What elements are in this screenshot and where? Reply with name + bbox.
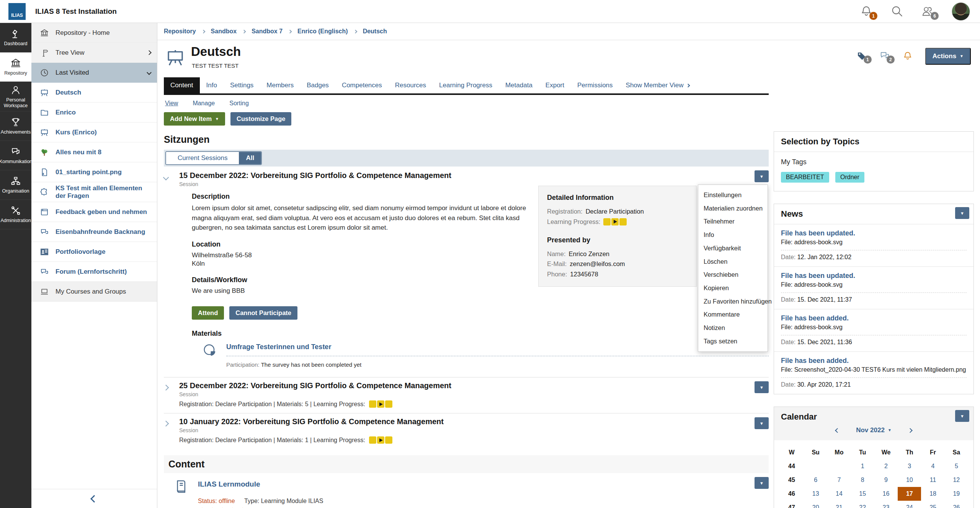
calendar-day[interactable]: 24 [898,501,921,508]
calendar-day[interactable]: 25 [921,501,944,508]
tab-settings[interactable]: Settings [224,77,260,93]
menu-item-loeschen[interactable]: Löschen [698,255,768,268]
rating-stars[interactable]: ☆☆☆☆☆ [198,505,769,508]
breadcrumb-item[interactable]: Deutsch [363,28,387,35]
sidebar-item-repository-home[interactable]: Repository - Home [31,23,157,43]
previous-month-button[interactable] [836,426,839,434]
tab-learning-progress[interactable]: Learning Progress [433,77,499,93]
tag-chip-bearbeitet[interactable]: BEARBEITET [781,172,829,183]
session-title-link[interactable]: 10 January 2022: Vorbereitung SIG Portfo… [179,417,444,426]
calendar-day[interactable]: 9 [874,473,898,487]
rail-item-organisation[interactable]: Organisation [0,170,31,200]
calendar-day[interactable]: 2 [874,459,898,473]
menu-item-kopieren[interactable]: Kopieren [698,281,768,295]
tab-resources[interactable]: Resources [389,77,433,93]
calendar-day[interactable]: 26 [945,501,968,508]
menu-item-verfuegbarkeit[interactable]: Verfügbarkeit [698,242,768,255]
next-month-button[interactable] [908,426,912,434]
calendar-day-selected[interactable]: 17 [898,487,921,501]
menu-item-teilnehmer[interactable]: Teilnehmer [698,215,768,228]
sidebar-item-forum-lernfortschritt[interactable]: Forum (Lernfortschritt) [31,262,157,282]
rail-item-kommunikation[interactable]: Kommunikation [0,141,31,170]
calendar-day[interactable]: 8 [851,473,874,487]
tab-members[interactable]: Members [260,77,300,93]
tab-badges[interactable]: Badges [300,77,335,93]
notification-bell-icon[interactable] [902,51,914,62]
notifications-bell-icon[interactable]: 1 [860,5,874,18]
month-picker[interactable]: Nov 2022 ▼ [856,426,892,434]
menu-item-info[interactable]: Info [698,228,768,242]
subtab-sorting[interactable]: Sorting [229,100,249,107]
user-avatar[interactable] [952,2,970,21]
calendar-day[interactable]: 5 [945,459,968,473]
item-actions-dropdown-button[interactable]: ▼ [755,477,769,489]
news-dropdown-button[interactable]: ▼ [955,207,969,219]
breadcrumb-item[interactable]: Enrico (Englisch) [297,28,348,35]
sidebar-item-starting-point-file[interactable]: 01_starting point.png [31,162,157,182]
tab-permissions[interactable]: Permissions [571,77,619,93]
actions-button[interactable]: Actions ▼ [925,48,971,65]
sidebar-item-feedback[interactable]: Feedback geben und nehmen [31,202,157,222]
calendar-day[interactable]: 4 [921,459,944,473]
calendar-day[interactable]: 3 [898,459,921,473]
rail-item-dashboard[interactable]: Dashboard [0,23,31,52]
tab-competences[interactable]: Competences [335,77,389,93]
calendar-day[interactable]: 11 [921,473,944,487]
breadcrumb-item[interactable]: Sandbox 7 [252,28,283,35]
calendar-day[interactable]: 16 [874,487,898,501]
customize-page-button[interactable]: Customize Page [230,112,291,126]
calendar-day[interactable]: 12 [945,473,968,487]
material-link[interactable]: Umfrage Testerinnen und Tester [226,343,769,351]
sidebar-item-my-courses-and-groups[interactable]: My Courses and Groups [31,282,157,302]
calendar-day[interactable]: 20 [804,501,827,508]
calendar-day[interactable]: 21 [827,501,851,508]
calendar-day[interactable]: 15 [851,487,874,501]
menu-item-tags-setzen[interactable]: Tags setzen [698,335,768,348]
add-new-item-button[interactable]: Add New Item ▼ [164,112,225,126]
sidebar-item-eisenbahnfreunde[interactable]: Eisenbahnfreunde Backnang [31,222,157,242]
news-title-link[interactable]: File has been added. [781,357,967,365]
sidebar-item-tree-view[interactable]: Tree View [31,43,157,63]
calendar-day[interactable]: 7 [827,473,851,487]
calendar-day[interactable] [827,459,851,473]
menu-item-kommentare[interactable]: Kommentare [698,308,768,321]
sidebar-collapse-button[interactable] [31,489,157,508]
sidebar-item-enrico[interactable]: Enrico [31,103,157,123]
calendar-day[interactable] [804,459,827,473]
content-item-link[interactable]: ILIAS Lernmodule [198,480,260,488]
expand-chevron-icon[interactable] [164,420,168,444]
tab-metadata[interactable]: Metadata [499,77,539,93]
ilias-logo[interactable]: ILIAS [8,3,26,20]
expand-chevron-icon[interactable] [164,384,168,408]
filter-all[interactable]: All [239,152,261,164]
cannot-participate-button[interactable]: Cannot Participate [229,306,297,320]
menu-item-notizen[interactable]: Notizen [698,321,768,335]
news-title-link[interactable]: File has been added. [781,314,967,322]
collapse-chevron-icon[interactable] [164,174,168,187]
calendar-day[interactable]: 10 [898,473,921,487]
calendar-day[interactable]: 14 [827,487,851,501]
tab-show-member-view[interactable]: Show Member View [619,77,696,93]
search-icon[interactable] [890,5,904,18]
calendar-day[interactable]: 1 [851,459,874,473]
tab-info[interactable]: Info [200,77,224,93]
filter-current-sessions[interactable]: Current Sessions [166,152,239,164]
calendar-day[interactable]: 13 [804,487,827,501]
subtab-view[interactable]: View [165,100,178,107]
online-users-icon[interactable]: 6 [921,5,935,18]
menu-item-zu-favoriten[interactable]: Zu Favoriten hinzufügen [698,295,768,308]
calendar-day[interactable]: 19 [945,487,968,501]
comments-icon[interactable]: 2 [879,51,891,62]
news-title-link[interactable]: File has been updated. [781,229,967,237]
sidebar-item-kurs-enrico[interactable]: Kurs (Enrico) [31,123,157,142]
session-actions-dropdown-button[interactable]: ▼ [755,170,769,182]
rail-item-achievements[interactable]: Achievements [0,111,31,141]
session-actions-dropdown-button[interactable]: ▼ [755,381,769,393]
tab-content[interactable]: Content [164,77,200,93]
sidebar-item-last-visited[interactable]: Last Visited [31,63,157,83]
tag-chip-ordner[interactable]: Ordner [835,172,864,183]
sidebar-item-alles-neu-mit-8[interactable]: Alles neu mit 8 [31,142,157,162]
calendar-day[interactable]: 6 [804,473,827,487]
session-actions-dropdown-button[interactable]: ▼ [755,417,769,429]
calendar-day[interactable]: 22 [851,501,874,508]
